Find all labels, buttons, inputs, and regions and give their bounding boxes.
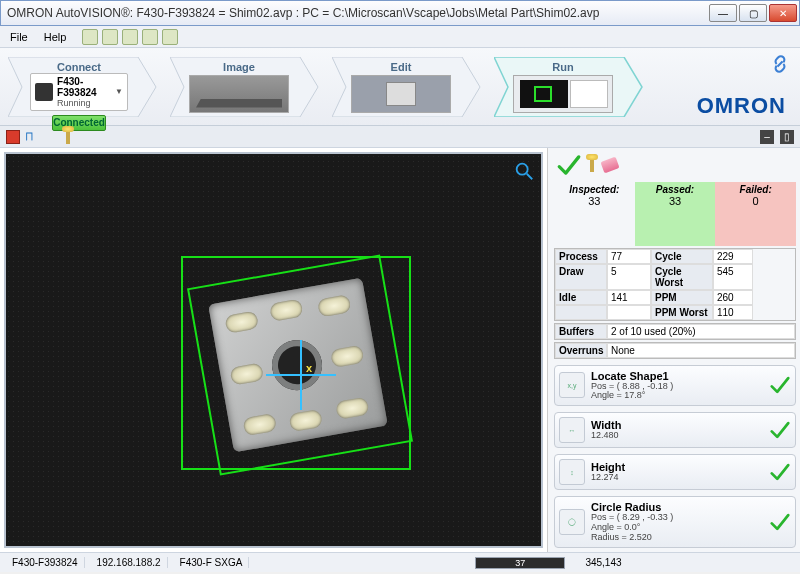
result-pass-icon [769, 374, 791, 396]
run-toolbar: ⨅ – ▯ [0, 126, 800, 148]
eraser-icon[interactable] [602, 159, 618, 171]
ppm-h: PPM [651, 290, 713, 305]
status-bar: F430-F393824 192.168.188.2 F430-F SXGA 3… [0, 552, 800, 572]
link-icon[interactable] [770, 54, 790, 74]
result-height[interactable]: ↕ Height 12.274 [554, 454, 796, 490]
buffers-h: Buffers [555, 324, 607, 339]
toolbar-icon-3[interactable] [122, 29, 138, 45]
passed-label: Passed: [635, 184, 716, 195]
menu-help[interactable]: Help [38, 29, 73, 45]
brand-logo: OMRON [697, 93, 786, 119]
toolbar-icon-2[interactable] [102, 29, 118, 45]
result-line2: Angle = 17.8° [591, 391, 673, 401]
ppmworst-h: PPM Worst [651, 305, 713, 320]
result-line1: 12.274 [591, 473, 625, 483]
window-close-button[interactable]: ✕ [769, 4, 797, 22]
inspected-value: 33 [554, 195, 635, 207]
device-selector[interactable]: F430-F393824 Running ▼ [30, 73, 128, 111]
window-maximize-button[interactable]: ▢ [739, 4, 767, 22]
toolbar-icon-5[interactable] [162, 29, 178, 45]
counters: Inspected: 33 Passed: 33 Failed: 0 [554, 182, 796, 246]
result-title: Locate Shape1 [591, 370, 673, 382]
window-minimize-button[interactable]: — [709, 4, 737, 22]
camera-icon [35, 83, 53, 101]
cycle-v: 229 [713, 249, 753, 264]
connection-pill: Connected [52, 115, 106, 131]
timing-grid: Process 77 Cycle 229 Draw 5 Cycle Worst … [554, 248, 796, 321]
main-area: x Inspected: 33 Passed: 33 Failed: 0 Pro… [0, 148, 800, 552]
cycleworst-h: Cycle Worst [651, 264, 713, 290]
inspected-label: Inspected: [554, 184, 635, 195]
device-status: Running [57, 98, 111, 108]
result-locate-shape[interactable]: x,y Locate Shape1 Pos = ( 8.88 , -0.18 )… [554, 365, 796, 407]
toolbar-icon-4[interactable] [142, 29, 158, 45]
radius-icon: ◯ [559, 509, 585, 535]
step-edit[interactable]: Edit [332, 57, 482, 117]
image-viewer[interactable]: x [0, 148, 548, 552]
chevron-down-icon: ▼ [115, 87, 123, 96]
step-connect-label: Connect [57, 61, 101, 73]
process-v: 77 [607, 249, 651, 264]
blank-v [607, 305, 651, 320]
step-image[interactable]: Image [170, 57, 320, 117]
results-panel: Inspected: 33 Passed: 33 Failed: 0 Proce… [548, 148, 800, 552]
cycle-h: Cycle [651, 249, 713, 264]
overruns-h: Overruns [555, 343, 607, 358]
trigger-button[interactable]: ⨅ [26, 130, 40, 144]
svg-point-4 [517, 164, 528, 175]
zoom-icon[interactable] [513, 160, 535, 182]
status-progress: 37 [475, 557, 565, 569]
wand-icon[interactable] [66, 130, 70, 144]
status-mode: F430-F SXGA [174, 557, 250, 568]
result-width[interactable]: ↔ Width 12.480 [554, 412, 796, 448]
cycleworst-v: 545 [713, 264, 753, 290]
result-pass-icon [769, 419, 791, 441]
result-line1: 12.480 [591, 431, 621, 441]
device-name: F430-F393824 [57, 76, 111, 98]
menu-bar: File Help [0, 26, 800, 48]
failed-label: Failed: [715, 184, 796, 195]
step-image-label: Image [223, 61, 255, 73]
ppm-v: 260 [713, 290, 753, 305]
blank-h [555, 305, 607, 320]
step-connect[interactable]: Connect F430-F393824 Running ▼ Connected [8, 57, 158, 117]
process-h: Process [555, 249, 607, 264]
run-thumbnail [513, 75, 613, 113]
axis-label: x [306, 362, 312, 374]
passed-value: 33 [635, 195, 716, 207]
status-device: F430-F393824 [6, 557, 85, 568]
edit-thumbnail [351, 75, 451, 113]
result-pass-icon [769, 461, 791, 483]
menu-file[interactable]: File [4, 29, 34, 45]
status-ip: 192.168.188.2 [91, 557, 168, 568]
toolbar-icon-1[interactable] [82, 29, 98, 45]
image-thumbnail [189, 75, 289, 113]
step-run-label: Run [552, 61, 573, 73]
wand-icon-2[interactable] [590, 158, 594, 172]
status-coords: 345,143 [585, 557, 621, 568]
buffers-v: 2 of 10 used (20%) [607, 324, 795, 339]
ppmworst-v: 110 [713, 305, 753, 320]
overall-pass-icon [556, 152, 582, 178]
idle-v: 141 [607, 290, 651, 305]
stop-button[interactable] [6, 130, 20, 144]
buffers-row: Buffers 2 of 10 used (20%) [554, 323, 796, 340]
result-pass-icon [769, 511, 791, 533]
draw-h: Draw [555, 264, 607, 290]
window-title: OMRON AutoVISION®: F430-F393824 = Shim02… [7, 6, 709, 20]
panel-collapse-left-button[interactable]: – [760, 130, 774, 144]
height-icon: ↕ [559, 459, 585, 485]
result-circle-radius[interactable]: ◯ Circle Radius Pos = ( 8.29 , -0.33 ) A… [554, 496, 796, 548]
width-icon: ↔ [559, 417, 585, 443]
step-edit-label: Edit [391, 61, 412, 73]
result-line3: Radius = 2.520 [591, 533, 673, 543]
locate-icon: x,y [559, 372, 585, 398]
failed-value: 0 [715, 195, 796, 207]
svg-line-5 [527, 174, 533, 180]
step-ribbon: Connect F430-F393824 Running ▼ Connected… [0, 48, 800, 126]
window-titlebar: OMRON AutoVISION®: F430-F393824 = Shim02… [0, 0, 800, 26]
inspection-canvas[interactable]: x [4, 152, 543, 548]
idle-h: Idle [555, 290, 607, 305]
step-run[interactable]: Run [494, 57, 644, 117]
panel-collapse-right-button[interactable]: ▯ [780, 130, 794, 144]
